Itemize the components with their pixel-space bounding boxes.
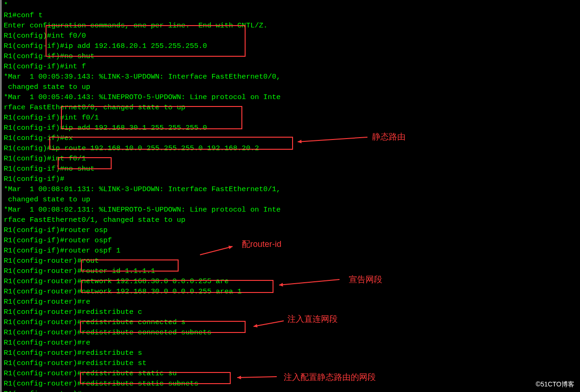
terminal-line-text: *Mar 1 00:08:02.131: %LINEPROTO-5-UPDOWN… xyxy=(4,205,280,215)
terminal-line: *Mar 1 00:08:02.131: %LINEPROTO-5-UPDOWN… xyxy=(4,205,576,215)
terminal-line-text: R1(config-router)#network 192.168.30.0 0… xyxy=(4,276,229,286)
terminal-line: rface FastEthernet0/1, changed state to … xyxy=(4,215,576,225)
terminal-line: R1(config-router)#re xyxy=(4,338,576,348)
terminal-line-text: R1(config-router)#rout xyxy=(4,256,99,266)
terminal-line-text: R1(config-router)# xyxy=(4,389,81,392)
terminal-line: R1(config-if)#router ospf 1 xyxy=(4,246,576,256)
terminal-line-text: R1(config-if)#ip add 192.168.30.1 255.25… xyxy=(4,123,207,133)
terminal-line: changed state to up xyxy=(4,82,576,92)
terminal-line-text: R1(config-router)#redistribute connected… xyxy=(4,327,211,338)
terminal-line: R1(config-router)#rout xyxy=(4,256,576,266)
terminal-line-text: R1#conf t xyxy=(4,10,43,20)
terminal-line-text: R1(config-router)#redistribute connected… xyxy=(4,317,186,327)
terminal-line-text: R1(config-if)#router ospf 1 xyxy=(4,246,120,256)
terminal-line: rface FastEthernet0/0, changed state to … xyxy=(4,102,576,113)
terminal-line: R1(config-if)#router ospf xyxy=(4,235,576,246)
terminal-line-text: R1(config-router)#redistribute c xyxy=(4,307,142,317)
terminal-line: R1(config-if)#ex xyxy=(4,133,576,143)
terminal-line: R1(config-if)#ip add 192.168.30.1 255.25… xyxy=(4,123,576,133)
terminal-line-text: R1(config-router)#re xyxy=(4,297,90,307)
terminal-line-text: * xyxy=(4,0,8,10)
terminal-line-text: R1(config-router)#router-id 1.1.1.1 xyxy=(4,266,155,276)
terminal-line-text: R1(config-router)#redistribute s xyxy=(4,348,142,358)
terminal-line: R1(config-router)#redistribute connected… xyxy=(4,327,576,338)
terminal-line: R1(config-if)#ip add 192.168.20.1 255.25… xyxy=(4,41,576,51)
terminal-line-text: Enter configuration commands, one per li… xyxy=(4,20,267,31)
terminal-line: * xyxy=(4,0,576,10)
terminal-line-text: R1(config-if)# xyxy=(4,174,64,184)
terminal-line: R1(config)#int f0/1 xyxy=(4,153,576,164)
annot-announce-net: 宣告网段 xyxy=(349,274,382,285)
terminal-line-text: R1(config-if)#int f xyxy=(4,61,86,72)
terminal-line: R1(config-router)#router-id 1.1.1.1 xyxy=(4,266,576,276)
annot-inject-static: 注入配置静态路由的网段 xyxy=(284,372,376,382)
terminal-line-text: R1(config-if)#int f0/1 xyxy=(4,113,99,123)
terminal-line-text: changed state to up xyxy=(4,82,90,92)
annot-static-route: 静态路由 xyxy=(372,132,406,142)
terminal-output: *R1#conf tEnter configuration commands, … xyxy=(0,0,580,392)
terminal-line-text: R1(config-router)#network 192.168.30.0 0… xyxy=(4,286,242,297)
terminal-line-text: R1(config)#ip route 192.168.10.0 255.255… xyxy=(4,143,259,153)
terminal-line: R1(config-if)#no shut xyxy=(4,51,576,61)
terminal-line: R1(config-if)#router osp xyxy=(4,225,576,235)
terminal-line-text: *Mar 1 00:05:39.143: %LINK-3-UPDOWN: Int… xyxy=(4,72,280,82)
terminal-line: R1(config-router)#redistribute s xyxy=(4,348,576,358)
annot-inject-connected: 注入直连网段 xyxy=(287,314,338,324)
terminal-line: changed state to up xyxy=(4,194,576,205)
terminal-line: *Mar 1 00:05:39.143: %LINK-3-UPDOWN: Int… xyxy=(4,72,576,82)
terminal-line: R1(config-router)#network 192.168.30.0 0… xyxy=(4,286,576,297)
terminal-line: R1(config)#int f0/0 xyxy=(4,31,576,41)
terminal-line: R1(config-if)#int f xyxy=(4,61,576,72)
terminal-line-text: R1(config-if)#no shut xyxy=(4,51,94,61)
terminal-line-text: R1(config-if)#router ospf xyxy=(4,235,112,246)
terminal-line-text: R1(config-if)#no shut xyxy=(4,164,94,174)
watermark: ©51CTO博客 xyxy=(536,379,574,389)
terminal-line-text: R1(config-if)#ex xyxy=(4,133,73,143)
terminal-line-text: changed state to up xyxy=(4,194,90,205)
terminal-line: R1(config-if)#no shut xyxy=(4,164,576,174)
terminal-line: R1(config)#ip route 192.168.10.0 255.255… xyxy=(4,143,576,153)
terminal-line-text: rface FastEthernet0/0, changed state to … xyxy=(4,102,186,113)
annot-router-id: 配router-id xyxy=(242,239,281,249)
terminal-line: R1(config-router)# xyxy=(4,389,576,392)
terminal-line: R1(config-router)#re xyxy=(4,297,576,307)
terminal-line-text: R1(config-router)#redistribute static su… xyxy=(4,379,199,389)
terminal-line: R1(config-if)# xyxy=(4,174,576,184)
terminal-line: Enter configuration commands, one per li… xyxy=(4,20,576,31)
terminal-line: R1(config-router)#network 192.168.30.0 0… xyxy=(4,276,576,286)
terminal-line-text: *Mar 1 00:05:40.143: %LINEPROTO-5-UPDOWN… xyxy=(4,92,280,102)
terminal-line: R1(config-router)#redistribute st xyxy=(4,358,576,368)
terminal-line: R1(config-if)#int f0/1 xyxy=(4,113,576,123)
terminal-line-text: R1(config-router)#redistribute static su xyxy=(4,368,177,379)
terminal-line-text: R1(config-router)#re xyxy=(4,338,90,348)
terminal-line-text: *Mar 1 00:08:01.131: %LINK-3-UPDOWN: Int… xyxy=(4,184,280,194)
terminal-line: *Mar 1 00:05:40.143: %LINEPROTO-5-UPDOWN… xyxy=(4,92,576,102)
terminal-line-text: R1(config-router)#redistribute st xyxy=(4,358,147,368)
terminal-line: R1#conf t xyxy=(4,10,576,20)
terminal-line: *Mar 1 00:08:01.131: %LINK-3-UPDOWN: Int… xyxy=(4,184,576,194)
terminal-line-text: R1(config)#int f0/1 xyxy=(4,153,86,164)
terminal-line-text: R1(config)#int f0/0 xyxy=(4,31,86,41)
terminal-line-text: R1(config-if)#router osp xyxy=(4,225,107,235)
terminal-line-text: R1(config-if)#ip add 192.168.20.1 255.25… xyxy=(4,41,207,51)
terminal-line-text: rface FastEthernet0/1, changed state to … xyxy=(4,215,186,225)
